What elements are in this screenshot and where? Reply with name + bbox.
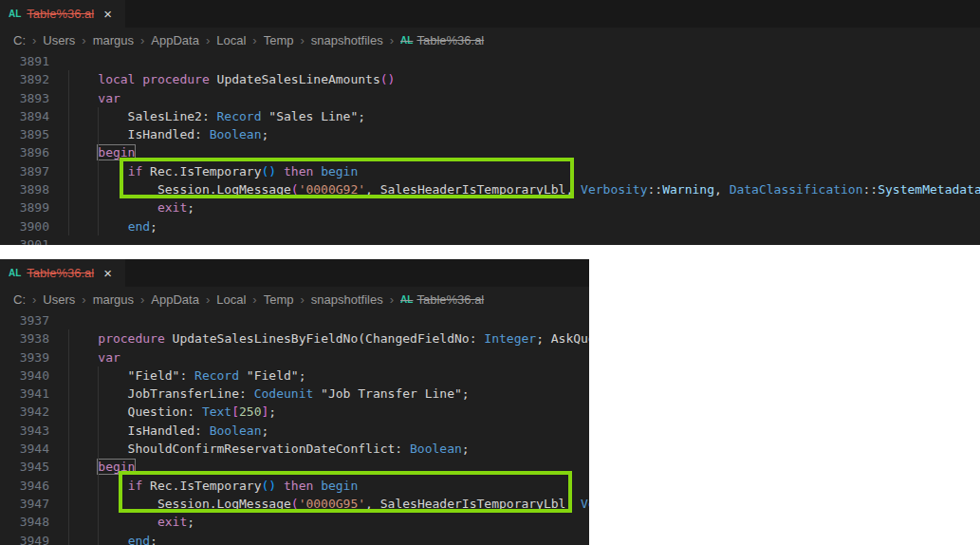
code-line[interactable]: 3943 IsHandled: Boolean;: [0, 422, 589, 440]
tab-table36al[interactable]: AL Table%36.al ×: [0, 0, 125, 28]
code-text: if Rec.IsTemporary() then begin: [49, 477, 358, 495]
breadcrumb-label: Local: [216, 292, 246, 307]
al-language-icon: AL: [9, 268, 21, 278]
breadcrumb-item[interactable]: Users: [43, 33, 75, 47]
code-line[interactable]: 3892 local procedure UpdateSalesLineAmou…: [0, 70, 980, 88]
breadcrumb-item[interactable]: Local: [216, 33, 246, 47]
breadcrumb: C:›Users›margus›AppData›Local›Temp›snaps…: [0, 287, 589, 311]
close-icon[interactable]: ×: [103, 7, 112, 21]
tab-table36al[interactable]: AL Table%36.al ×: [0, 259, 125, 287]
close-icon[interactable]: ×: [103, 266, 112, 280]
chevron-right-icon: ›: [140, 292, 144, 307]
code-editor[interactable]: 38913892 local procedure UpdateSalesLine…: [0, 52, 980, 245]
code-line[interactable]: 3894 SalesLine2: Record "Sales Line";: [0, 107, 980, 125]
line-number: 3940: [0, 366, 49, 385]
line-number: 3949: [0, 532, 49, 545]
breadcrumb-label: C:: [13, 292, 26, 307]
code-editor[interactable]: 39373938 procedure UpdateSalesLinesByFie…: [0, 311, 589, 545]
indent-guide: [68, 70, 69, 235]
tab-bar: AL Table%36.al ×: [0, 0, 980, 28]
code-text: ShouldConfirmReservationDateConflict: Bo…: [49, 440, 470, 458]
chevron-right-icon: ›: [390, 292, 394, 307]
breadcrumb-label: AppData: [151, 33, 199, 47]
breadcrumb-item[interactable]: Temp: [264, 292, 294, 307]
code-text: end;: [49, 217, 157, 235]
line-number: 3892: [0, 70, 49, 88]
chevron-right-icon: ›: [206, 33, 210, 47]
line-number: 3946: [0, 477, 49, 495]
breadcrumb-item[interactable]: margus: [93, 33, 134, 47]
vscode-editor-bottom: AL Table%36.al × C:›Users›margus›AppData…: [0, 259, 589, 545]
code-line[interactable]: 3895 IsHandled: Boolean;: [0, 125, 980, 143]
code-text: exit;: [49, 513, 194, 531]
code-line[interactable]: 3946 if Rec.IsTemporary() then begin: [0, 477, 589, 495]
code-text: exit;: [49, 198, 194, 216]
al-language-icon: AL: [9, 9, 21, 19]
code-line[interactable]: 3897 if Rec.IsTemporary() then begin: [0, 162, 980, 180]
breadcrumb-item[interactable]: C:: [13, 292, 26, 307]
code-line[interactable]: 3940 "Field": Record "Field";: [0, 366, 589, 385]
code-text: if Rec.IsTemporary() then begin: [49, 162, 358, 180]
code-line[interactable]: 3893 var: [0, 89, 980, 107]
line-number: 3937: [0, 311, 49, 329]
code-text: SalesLine2: Record "Sales Line";: [49, 107, 365, 125]
chevron-right-icon: ›: [301, 33, 305, 47]
al-file-icon: AL: [400, 294, 413, 305]
code-line[interactable]: 3900 end;: [0, 217, 980, 235]
code-line[interactable]: 3948 exit;: [0, 513, 589, 531]
code-line[interactable]: 3938 procedure UpdateSalesLinesByFieldNo…: [0, 329, 589, 348]
line-number: 3939: [0, 348, 49, 366]
chevron-right-icon: ›: [82, 292, 85, 307]
breadcrumb-item[interactable]: snapshotfiles: [311, 292, 383, 307]
code-line[interactable]: 3947 Session.LogMessage('0000G95', Sales…: [0, 495, 589, 513]
breadcrumb-item[interactable]: C:: [13, 33, 26, 47]
code-line[interactable]: 3939 var: [0, 348, 589, 366]
breadcrumb-item[interactable]: AppData: [151, 33, 199, 47]
breadcrumb-item[interactable]: Users: [43, 292, 75, 307]
code-line[interactable]: 3944 ShouldConfirmReservationDateConflic…: [0, 440, 589, 458]
breadcrumb-label: snapshotfiles: [311, 33, 383, 47]
line-number: 3938: [0, 329, 49, 348]
chevron-right-icon: ›: [252, 292, 256, 307]
breadcrumb-label: AppData: [151, 292, 199, 307]
code-line[interactable]: 3937: [0, 311, 589, 329]
line-number: 3891: [0, 52, 49, 70]
code-text: procedure UpdateSalesLinesByFieldNo(Chan…: [49, 329, 589, 348]
breadcrumb-item[interactable]: Temp: [264, 33, 294, 47]
breadcrumb-item[interactable]: snapshotfiles: [311, 33, 383, 47]
code-line[interactable]: 3901: [0, 235, 980, 245]
code-text: IsHandled: Boolean;: [49, 422, 268, 440]
tab-filename: Table%36.al: [27, 266, 94, 280]
line-number: 3945: [0, 458, 49, 476]
line-number: 3944: [0, 440, 49, 458]
chevron-right-icon: ›: [32, 33, 36, 47]
breadcrumb: C:›Users›margus›AppData›Local›Temp›snaps…: [0, 28, 980, 52]
line-number: 3943: [0, 422, 49, 440]
code-text: [49, 52, 68, 70]
breadcrumb-item[interactable]: AppData: [151, 292, 199, 307]
code-line[interactable]: 3891: [0, 52, 980, 70]
breadcrumb-item[interactable]: Local: [216, 292, 246, 307]
code-line[interactable]: 3949 end;: [0, 532, 589, 545]
code-text: Session.LogMessage('0000G92', SalesHeade…: [49, 180, 980, 198]
code-text: local procedure UpdateSalesLineAmounts(): [49, 70, 395, 88]
code-line[interactable]: 3896 begin: [0, 143, 980, 161]
breadcrumb-label: Users: [43, 292, 75, 307]
code-line[interactable]: 3945 begin: [0, 458, 589, 476]
code-line[interactable]: 3899 exit;: [0, 198, 980, 216]
chevron-right-icon: ›: [206, 292, 210, 307]
code-line[interactable]: 3942 Question: Text[250];: [0, 403, 589, 421]
code-text: IsHandled: Boolean;: [49, 125, 268, 143]
code-line[interactable]: 3898 Session.LogMessage('0000G92', Sales…: [0, 180, 980, 198]
line-number: 3893: [0, 89, 49, 107]
line-number: 3896: [0, 143, 49, 161]
breadcrumb-item[interactable]: ALTable%36.al: [400, 33, 484, 47]
chevron-right-icon: ›: [82, 33, 85, 47]
breadcrumb-label: C:: [13, 33, 26, 47]
screenshot-canvas: AL Table%36.al × C:›Users›margus›AppData…: [0, 0, 980, 545]
breadcrumb-item[interactable]: margus: [93, 292, 134, 307]
breadcrumb-item[interactable]: ALTable%36.al: [400, 292, 484, 307]
breadcrumb-label: Local: [216, 33, 246, 47]
code-text: var: [49, 89, 120, 107]
code-line[interactable]: 3941 JobTransferLine: Codeunit "Job Tran…: [0, 385, 589, 403]
